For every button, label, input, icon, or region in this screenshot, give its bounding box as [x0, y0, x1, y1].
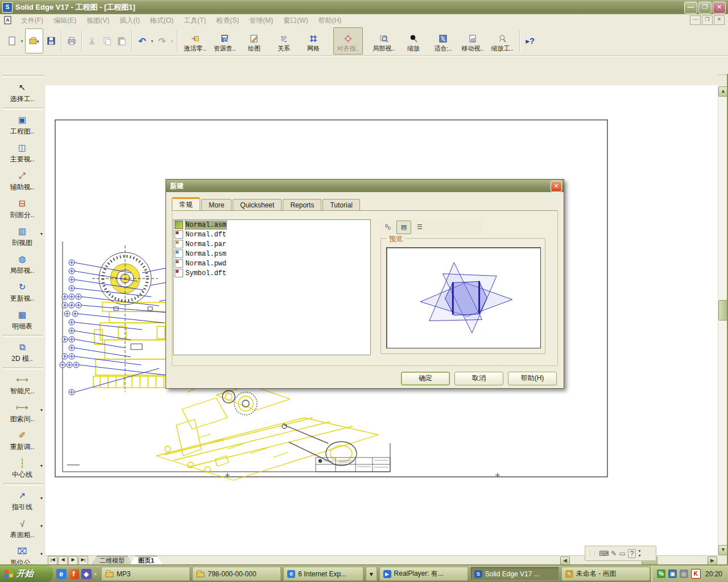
- help-icon[interactable]: ?: [628, 549, 636, 558]
- tab-2d-model[interactable]: 二维模型: [91, 556, 133, 566]
- tray-icon-green[interactable]: %: [657, 569, 665, 578]
- tray-icon-blue[interactable]: ▣: [668, 569, 677, 578]
- menu-view[interactable]: 视图(V): [81, 14, 114, 27]
- new-button[interactable]: [5, 34, 19, 48]
- kaspersky-icon[interactable]: K: [691, 569, 701, 579]
- window-layout-icon[interactable]: ▭: [619, 550, 625, 558]
- paste-button[interactable]: [115, 34, 129, 48]
- menu-help[interactable]: 帮助(H): [313, 14, 347, 27]
- document-system-icon[interactable]: [3, 16, 13, 25]
- menu-insert[interactable]: 插入(I): [114, 14, 144, 27]
- tool-distance-between[interactable]: ⟼图索间..▾: [0, 398, 44, 426]
- tool-smart-dimension[interactable]: ⟷智能尺..: [0, 371, 44, 398]
- tab-general[interactable]: 常规: [172, 197, 200, 211]
- menu-format[interactable]: 格式(O): [145, 14, 179, 27]
- tab-sheet1[interactable]: 图页1: [130, 556, 163, 566]
- tool-2d-model[interactable]: ⧉2D 模..: [0, 338, 44, 366]
- activate-part-button[interactable]: 激活零..: [181, 28, 209, 54]
- list-item[interactable]: Normal.dft: [173, 230, 370, 239]
- first-sheet-button[interactable]: |◀: [48, 556, 57, 565]
- tool-leader-line[interactable]: ↗指引线▾: [0, 487, 44, 514]
- undo-button[interactable]: ↶: [135, 34, 149, 48]
- tool-detail-view[interactable]: ◍局部视..: [0, 250, 44, 278]
- cut-button[interactable]: [85, 34, 99, 48]
- copy-button[interactable]: [100, 34, 114, 48]
- context-help-button[interactable]: ▸?: [523, 34, 537, 48]
- tab-more[interactable]: More: [201, 199, 231, 211]
- menu-edit[interactable]: 编辑(E): [48, 14, 81, 27]
- zoom-tool-button[interactable]: 缩放工..: [488, 28, 516, 54]
- chevrons-icon[interactable]: ▾▾: [638, 549, 640, 558]
- zoom-button[interactable]: 缩放: [399, 28, 428, 54]
- tool-update-views[interactable]: ↻更新视..: [0, 278, 44, 306]
- template-list[interactable]: Normal.asm Normal.dft Normal.par Normal.…: [173, 219, 371, 355]
- redo-button[interactable]: ↷: [155, 34, 169, 48]
- resource-finder-button[interactable]: 资源查..: [210, 28, 239, 54]
- tab-reports[interactable]: Reports: [283, 199, 321, 211]
- task-paint[interactable]: ✎未命名 - 画图: [561, 567, 650, 581]
- tab-tutorial[interactable]: Tutorial: [322, 199, 360, 211]
- task-internet-explorer[interactable]: e6 Internet Exp...: [283, 567, 363, 581]
- menu-file[interactable]: 文件(F): [16, 14, 48, 27]
- tool-select[interactable]: ↖选择工..: [0, 78, 44, 106]
- pan-button[interactable]: 移动视..: [458, 28, 487, 54]
- undo-dropdown[interactable]: ▾: [150, 39, 155, 44]
- open-button[interactable]: [25, 28, 43, 53]
- tool-section-view[interactable]: ▥剖视图▾: [0, 222, 44, 250]
- draw-button[interactable]: 绘图: [240, 28, 268, 54]
- close-button[interactable]: ✕: [713, 2, 726, 14]
- menu-tools[interactable]: 工具(T): [179, 14, 211, 27]
- list-item[interactable]: Normal.par: [173, 239, 370, 249]
- large-icons-view-icon[interactable]: ᴰᴰ: [381, 221, 395, 234]
- next-sheet-button[interactable]: ▶: [68, 556, 78, 565]
- relations-button[interactable]: 关系: [270, 28, 298, 54]
- task-folder-798[interactable]: 798-000-00-000: [192, 567, 281, 581]
- task-group-dropdown[interactable]: ▾: [366, 567, 377, 581]
- quick-launch-chevron[interactable]: »: [94, 571, 97, 577]
- vertical-scrollbar[interactable]: ▲ ▼: [718, 85, 727, 555]
- prev-sheet-button[interactable]: ◀: [58, 556, 68, 565]
- start-button[interactable]: 开始: [0, 566, 53, 582]
- new-dropdown[interactable]: ▾: [19, 39, 24, 44]
- help-button[interactable]: 帮助(H): [508, 372, 557, 385]
- restore-button[interactable]: ❐: [698, 2, 712, 14]
- tray-icon-gray[interactable]: ◎: [680, 569, 688, 578]
- list-view-icon[interactable]: ▤: [396, 221, 411, 234]
- alignment-indicator-button[interactable]: 对齐指..: [333, 27, 363, 55]
- tool-surface-finish[interactable]: √表面粗..▾: [0, 514, 44, 542]
- list-item[interactable]: Symbol.dft: [173, 268, 370, 278]
- mdi-restore-button[interactable]: ❐: [702, 15, 713, 25]
- ie-icon[interactable]: e: [56, 569, 67, 579]
- menu-window[interactable]: 窗口(W): [278, 14, 313, 27]
- list-item[interactable]: Normal.asm: [173, 220, 370, 230]
- tool-center-line[interactable]: ┆中心线▾: [0, 454, 44, 482]
- list-item[interactable]: Normal.pwd: [173, 259, 370, 268]
- save-button[interactable]: [44, 34, 58, 48]
- cancel-button[interactable]: 取消: [454, 372, 503, 385]
- messenger-icon[interactable]: ◆: [81, 569, 92, 579]
- details-view-icon[interactable]: ☰: [413, 221, 427, 234]
- tool-retrieve-dimensions[interactable]: ✐重新调..: [0, 426, 44, 454]
- tool-drawing-view[interactable]: ▣工程图..: [0, 111, 44, 139]
- redo-dropdown[interactable]: ▾: [169, 39, 175, 44]
- fit-button[interactable]: 适合;..: [429, 28, 457, 54]
- task-realplayer[interactable]: ▶RealPlayer: 有...: [379, 567, 468, 581]
- list-item[interactable]: Normal.psm: [173, 249, 370, 259]
- print-button[interactable]: [65, 34, 78, 48]
- mdi-close-button[interactable]: ✕: [714, 15, 725, 25]
- detail-view-button[interactable]: 局部视..: [370, 28, 398, 54]
- tab-quicksheet[interactable]: Quicksheet: [233, 199, 282, 211]
- toolbar-grip[interactable]: ⋮⋮: [588, 551, 597, 556]
- firefox-icon[interactable]: f: [69, 569, 79, 579]
- tool-parts-list[interactable]: ▦明细表: [0, 306, 44, 334]
- keyboard-icon[interactable]: ⌨: [599, 550, 609, 558]
- task-solid-edge[interactable]: SSolid Edge V17 ...: [470, 567, 559, 581]
- ok-button[interactable]: 确定: [401, 372, 450, 385]
- mdi-minimize-button[interactable]: —: [690, 15, 701, 25]
- dialog-close-icon[interactable]: ✕: [551, 181, 562, 192]
- pen-icon[interactable]: ✎: [611, 550, 617, 558]
- grid-button[interactable]: 网格: [299, 28, 328, 54]
- task-mp3[interactable]: MP3: [101, 567, 190, 581]
- menu-inspect[interactable]: 检查(S): [211, 14, 244, 27]
- tool-principal-view[interactable]: ◫主要视..: [0, 139, 44, 167]
